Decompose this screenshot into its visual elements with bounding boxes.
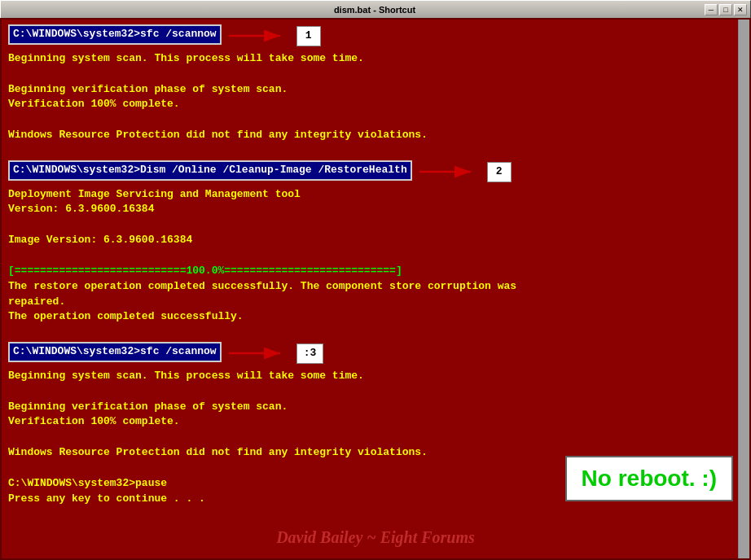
- output-line12: [8, 248, 743, 264]
- cmd3-row: C:\WINDOWS\system32>sfc /scannow :3: [8, 342, 743, 365]
- label3-box: :3: [296, 343, 324, 364]
- output-line16: The operation completed successfully.: [8, 309, 743, 325]
- terminal-window: C:\WINDOWS\system32>sfc /scannow 1 Begin…: [0, 18, 751, 560]
- close-button[interactable]: ✕: [734, 4, 747, 15]
- arrow2-icon: [415, 164, 481, 180]
- output-line14: The restore operation completed successf…: [8, 279, 743, 295]
- output-line18: Beginning system scan. This process will…: [8, 369, 743, 384]
- title-bar: dism.bat - Shortcut ─ □ ✕: [0, 0, 751, 18]
- cmd2-box: C:\WINDOWS\system32>Dism /Online /Cleanu…: [8, 160, 412, 181]
- output-line4: Verification 100% complete.: [8, 97, 743, 112]
- window-controls[interactable]: ─ □ ✕: [705, 4, 747, 15]
- arrow1-icon: [225, 28, 290, 44]
- output-line17: [8, 325, 743, 340]
- output-line1: Beginning system scan. This process will…: [8, 51, 743, 67]
- output-line9: Version: 6.3.9600.16384: [8, 202, 743, 217]
- output-line2: [8, 67, 743, 82]
- output-line11: Image Version: 6.3.9600.16384: [8, 233, 743, 248]
- output-line7: [8, 143, 743, 159]
- watermark-text: David Bailey ~ Eight Forums: [276, 528, 475, 547]
- arrow3-icon: [225, 345, 290, 361]
- cmd3-box: C:\WINDOWS\system32>sfc /scannow: [8, 342, 222, 362]
- output-line15: repaired.: [8, 295, 743, 310]
- scrollbar[interactable]: [738, 20, 749, 558]
- output-line8: Deployment Image Servicing and Managemen…: [8, 187, 743, 203]
- window-title: dism.bat - Shortcut: [45, 5, 705, 15]
- output-line6: Windows Resource Protection did not find…: [8, 128, 743, 143]
- output-line5: [8, 112, 743, 128]
- terminal-content: C:\WINDOWS\system32>sfc /scannow 1 Begin…: [8, 24, 743, 506]
- output-line3: Beginning verification phase of system s…: [8, 82, 743, 98]
- label2-box: 2: [487, 162, 512, 182]
- output-line21: Verification 100% complete.: [8, 414, 743, 430]
- output-line20: Beginning verification phase of system s…: [8, 400, 743, 415]
- maximize-button[interactable]: □: [719, 4, 732, 15]
- cmd1-row: C:\WINDOWS\system32>sfc /scannow 1: [8, 24, 743, 48]
- minimize-button[interactable]: ─: [705, 4, 718, 15]
- label1-box: 1: [296, 26, 321, 46]
- output-line13: [===========================100.0%======…: [8, 264, 743, 279]
- no-reboot-text: No reboot. :): [582, 466, 717, 491]
- output-line22: [8, 430, 743, 445]
- cmd2-row: C:\WINDOWS\system32>Dism /Online /Cleanu…: [8, 160, 743, 184]
- output-line19: [8, 384, 743, 400]
- no-reboot-box: No reboot. :): [565, 456, 733, 501]
- output-line10: [8, 217, 743, 233]
- cmd1-box: C:\WINDOWS\system32>sfc /scannow: [8, 24, 222, 45]
